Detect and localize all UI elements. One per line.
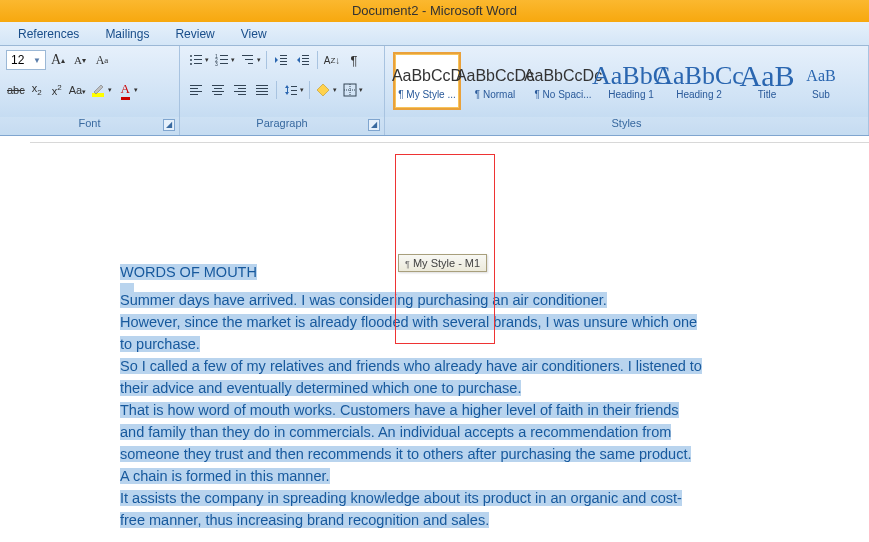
doc-line[interactable]: However, since the market is already flo… bbox=[120, 311, 779, 333]
svg-text:3: 3 bbox=[215, 61, 218, 67]
paragraph-dialog-launcher[interactable]: ◢ bbox=[368, 119, 380, 131]
clear-formatting-button[interactable]: Aa bbox=[92, 50, 112, 70]
style-sample-text: AaBbCc bbox=[654, 63, 744, 89]
numbering-button[interactable]: 123▾ bbox=[212, 50, 236, 70]
sort-icon: AZ↓ bbox=[323, 51, 341, 69]
svg-rect-43 bbox=[291, 94, 297, 95]
group-font-label: Font ◢ bbox=[0, 117, 179, 135]
window-titlebar: Document2 - Microsoft Word bbox=[0, 0, 869, 22]
group-styles-label: Styles bbox=[385, 117, 868, 135]
svg-rect-41 bbox=[291, 86, 297, 87]
svg-rect-2 bbox=[194, 55, 202, 56]
svg-rect-0 bbox=[92, 93, 104, 97]
shrink-font-button[interactable]: A▾ bbox=[70, 50, 90, 70]
doc-line[interactable]: someone they trust and then recommends i… bbox=[120, 443, 779, 465]
style-tile-5[interactable]: AaBTitle bbox=[733, 52, 801, 110]
tab-mailings[interactable]: Mailings bbox=[105, 27, 149, 41]
align-center-button[interactable] bbox=[208, 80, 228, 100]
bullets-icon bbox=[187, 51, 205, 69]
shrink-font-icon: A▾ bbox=[71, 51, 89, 69]
align-right-button[interactable] bbox=[230, 80, 250, 100]
font-color-button[interactable]: A▾ bbox=[115, 80, 139, 100]
strikethrough-button[interactable]: abc bbox=[6, 80, 26, 100]
svg-rect-42 bbox=[291, 90, 297, 91]
sort-button[interactable]: AZ↓ bbox=[322, 50, 342, 70]
svg-point-1 bbox=[190, 55, 192, 57]
highlight-button[interactable]: ▾ bbox=[89, 80, 113, 100]
svg-rect-31 bbox=[214, 94, 222, 95]
superscript-button[interactable]: x2 bbox=[48, 80, 66, 100]
svg-rect-39 bbox=[256, 94, 268, 95]
doc-line[interactable]: That is how word of mouth works. Custome… bbox=[120, 399, 779, 421]
line-spacing-button[interactable]: ▾ bbox=[281, 80, 305, 100]
bullets-button[interactable]: ▾ bbox=[186, 50, 210, 70]
style-tile-6[interactable]: AaBSub bbox=[801, 52, 841, 110]
style-tile-4[interactable]: AaBbCcHeading 2 bbox=[665, 52, 733, 110]
doc-line[interactable]: their advice and eventually determined w… bbox=[120, 377, 779, 399]
style-sample-text: AaBbCcDc bbox=[456, 63, 534, 89]
group-styles-label-text: Styles bbox=[612, 117, 642, 129]
doc-line[interactable]: It assists the company in spreading know… bbox=[120, 487, 779, 509]
svg-rect-37 bbox=[256, 88, 268, 89]
doc-line[interactable]: to purchase. bbox=[120, 333, 779, 355]
strikethrough-icon: abc bbox=[7, 84, 25, 96]
style-name-text: ¶ No Spaci... bbox=[534, 89, 591, 100]
multilevel-list-button[interactable]: ▾ bbox=[238, 50, 262, 70]
svg-rect-32 bbox=[234, 85, 246, 86]
ribbon: 12 ▼ A▴ A▾ Aa abc x2 x2 Aa▾ ▾ A▾ Font ◢ bbox=[0, 46, 869, 136]
svg-rect-26 bbox=[190, 91, 202, 92]
document-area[interactable]: ¶ ¶ My Style - M1My Style - M1 WORDS OF … bbox=[0, 136, 869, 542]
decrease-indent-button[interactable] bbox=[271, 50, 291, 70]
shading-button[interactable]: ▾ bbox=[314, 80, 338, 100]
align-center-icon bbox=[209, 81, 227, 99]
doc-line[interactable]: A chain is formed in this manner. bbox=[120, 465, 779, 487]
subscript-icon: x2 bbox=[32, 82, 42, 97]
doc-line[interactable]: So I called a few of my relatives and fr… bbox=[120, 355, 779, 377]
justify-button[interactable] bbox=[252, 80, 272, 100]
align-right-icon bbox=[231, 81, 249, 99]
svg-rect-4 bbox=[194, 59, 202, 60]
svg-rect-12 bbox=[220, 63, 228, 64]
svg-point-5 bbox=[190, 63, 192, 65]
group-font: 12 ▼ A▴ A▾ Aa abc x2 x2 Aa▾ ▾ A▾ Font ◢ bbox=[0, 46, 180, 135]
shading-icon bbox=[315, 81, 333, 99]
grow-font-button[interactable]: A▴ bbox=[48, 50, 68, 70]
doc-line[interactable]: free manner, thus increasing brand recog… bbox=[120, 509, 779, 531]
style-sample-text: AaB bbox=[740, 63, 795, 89]
style-tile-0[interactable]: AaBbCcD¶ My Style ... bbox=[393, 52, 461, 110]
tab-view[interactable]: View bbox=[241, 27, 267, 41]
align-left-icon bbox=[187, 81, 205, 99]
style-name-text: Heading 2 bbox=[676, 89, 722, 100]
tab-references[interactable]: References bbox=[18, 27, 79, 41]
doc-line[interactable]: and family than they do in commercials. … bbox=[120, 421, 779, 443]
font-size-combo[interactable]: 12 ▼ bbox=[6, 50, 46, 70]
font-dialog-launcher[interactable]: ◢ bbox=[163, 119, 175, 131]
font-size-value: 12 bbox=[11, 53, 24, 67]
svg-rect-35 bbox=[238, 94, 246, 95]
group-styles: AaBbCcD¶ My Style ...AaBbCcDc¶ NormalAaB… bbox=[385, 46, 869, 135]
styles-gallery[interactable]: AaBbCcD¶ My Style ...AaBbCcDc¶ NormalAaB… bbox=[393, 52, 841, 110]
change-case-button[interactable]: Aa▾ bbox=[68, 80, 87, 100]
align-left-button[interactable] bbox=[186, 80, 206, 100]
style-name-text: ¶ My Style ... bbox=[398, 89, 456, 100]
doc-line[interactable]: Summer days have arrived. I was consider… bbox=[120, 289, 779, 311]
style-name-text: Heading 1 bbox=[608, 89, 654, 100]
borders-button[interactable]: ▾ bbox=[340, 80, 364, 100]
subscript-button[interactable]: x2 bbox=[28, 80, 46, 100]
style-name-text: ¶ Normal bbox=[475, 89, 515, 100]
svg-rect-23 bbox=[302, 64, 309, 65]
document-page[interactable]: WORDS OF MOUTH Summer days have arrived.… bbox=[30, 142, 869, 542]
tab-review[interactable]: Review bbox=[175, 27, 214, 41]
svg-rect-14 bbox=[245, 59, 253, 60]
show-marks-button[interactable]: ¶ bbox=[344, 50, 364, 70]
svg-rect-20 bbox=[302, 55, 309, 56]
increase-indent-button[interactable] bbox=[293, 50, 313, 70]
svg-rect-30 bbox=[212, 91, 224, 92]
ribbon-tabs: References Mailings Review View bbox=[0, 22, 869, 46]
style-tile-1[interactable]: AaBbCcDc¶ Normal bbox=[461, 52, 529, 110]
svg-rect-38 bbox=[256, 91, 268, 92]
svg-rect-10 bbox=[220, 59, 228, 60]
svg-rect-17 bbox=[280, 58, 287, 59]
svg-rect-16 bbox=[280, 55, 287, 56]
style-tile-2[interactable]: AaBbCcDc¶ No Spaci... bbox=[529, 52, 597, 110]
